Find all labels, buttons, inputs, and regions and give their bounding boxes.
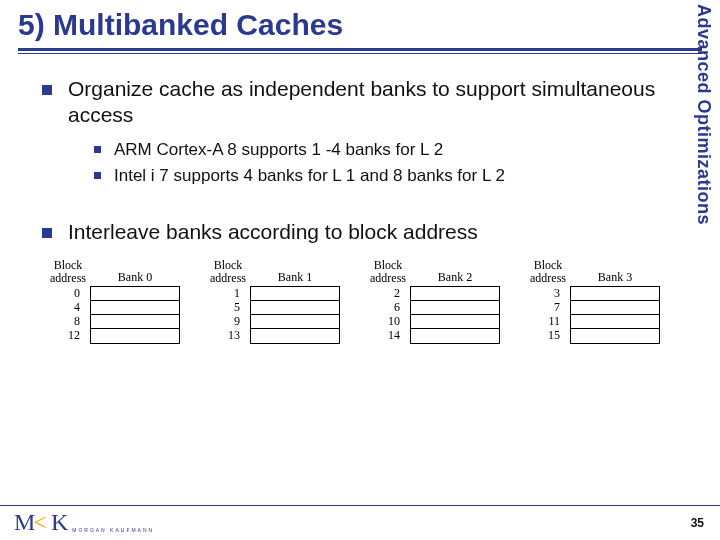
bank-row: [251, 315, 339, 329]
bank-row: [411, 301, 499, 315]
address-column: Blockaddress15913: [210, 259, 246, 342]
logo-k: K: [51, 509, 66, 536]
bank-row: [571, 315, 659, 329]
bank-row: [411, 329, 499, 343]
address-header: Blockaddress: [370, 259, 406, 284]
logo-subtext: MORGAN KAUFMANN: [72, 527, 154, 533]
bank-row: [251, 287, 339, 301]
footer-rule: [0, 505, 720, 506]
publisher-logo: M < K MORGAN KAUFMANN: [14, 509, 154, 536]
bullet-1: Organize cache as independent banks to s…: [40, 76, 670, 187]
content-area: Organize cache as independent banks to s…: [0, 56, 720, 344]
address-header: Blockaddress: [210, 259, 246, 284]
address-value: 15: [548, 328, 560, 342]
bank-row: [571, 329, 659, 343]
bullet-list: Organize cache as independent banks to s…: [40, 76, 670, 187]
address-value: 0: [74, 286, 80, 300]
bullet-1-text: Organize cache as independent banks to s…: [68, 77, 655, 126]
logo-angle-icon: <: [33, 509, 47, 536]
bank-row: [251, 329, 339, 343]
title-area: 5) Multibanked Caches: [0, 0, 720, 54]
title-rule-thin: [18, 53, 702, 54]
bank-label: Bank 2: [438, 259, 472, 284]
address-column: Blockaddress04812: [50, 259, 86, 342]
address-list: 261014: [376, 286, 400, 342]
bank-row: [91, 287, 179, 301]
bank-column: Bank 2: [410, 259, 500, 344]
address-header: Blockaddress: [530, 259, 566, 284]
bank-group: Blockaddress04812Bank 0: [50, 259, 180, 344]
address-value: 6: [394, 300, 400, 314]
bank-group: Blockaddress261014Bank 2: [370, 259, 500, 344]
address-value: 14: [388, 328, 400, 342]
sub-bullet-1: ARM Cortex-A 8 supports 1 -4 banks for L…: [92, 139, 670, 161]
bank-row: [251, 301, 339, 315]
address-value: 5: [234, 300, 240, 314]
bank-box: [90, 286, 180, 344]
bank-column: Bank 1: [250, 259, 340, 344]
bank-row: [411, 315, 499, 329]
address-value: 11: [548, 314, 560, 328]
page-number: 35: [691, 516, 704, 530]
bank-box: [570, 286, 660, 344]
address-value: 10: [388, 314, 400, 328]
bank-group: Blockaddress371115Bank 3: [530, 259, 660, 344]
slide-title: 5) Multibanked Caches: [18, 8, 702, 46]
bank-row: [91, 329, 179, 343]
bank-row: [571, 301, 659, 315]
bank-row: [91, 301, 179, 315]
bank-group: Blockaddress15913Bank 1: [210, 259, 340, 344]
address-value: 7: [554, 300, 560, 314]
address-list: 04812: [56, 286, 80, 342]
address-column: Blockaddress261014: [370, 259, 406, 342]
bank-box: [250, 286, 340, 344]
address-value: 4: [74, 300, 80, 314]
bank-label: Bank 0: [118, 259, 152, 284]
bullet-list-2: Interleave banks according to block addr…: [40, 219, 670, 245]
bank-row: [411, 287, 499, 301]
address-value: 8: [74, 314, 80, 328]
bank-diagram: Blockaddress04812Bank 0Blockaddress15913…: [50, 259, 660, 344]
address-value: 3: [554, 286, 560, 300]
sub-bullet-list: ARM Cortex-A 8 supports 1 -4 banks for L…: [92, 139, 670, 187]
title-rule-thick: [18, 48, 702, 51]
address-value: 2: [394, 286, 400, 300]
address-column: Blockaddress371115: [530, 259, 566, 342]
address-value: 12: [68, 328, 80, 342]
bank-row: [91, 315, 179, 329]
bank-column: Bank 3: [570, 259, 660, 344]
bank-label: Bank 3: [598, 259, 632, 284]
sub-bullet-2: Intel i 7 supports 4 banks for L 1 and 8…: [92, 165, 670, 187]
bank-box: [410, 286, 500, 344]
address-header: Blockaddress: [50, 259, 86, 284]
address-value: 1: [234, 286, 240, 300]
bank-label: Bank 1: [278, 259, 312, 284]
address-list: 371115: [536, 286, 560, 342]
bank-row: [571, 287, 659, 301]
logo-m: M: [14, 509, 33, 536]
spacer: [40, 201, 670, 219]
address-value: 9: [234, 314, 240, 328]
bullet-2: Interleave banks according to block addr…: [40, 219, 670, 245]
address-value: 13: [228, 328, 240, 342]
bank-column: Bank 0: [90, 259, 180, 344]
section-label: Advanced Optimizations: [693, 4, 714, 225]
address-list: 15913: [216, 286, 240, 342]
